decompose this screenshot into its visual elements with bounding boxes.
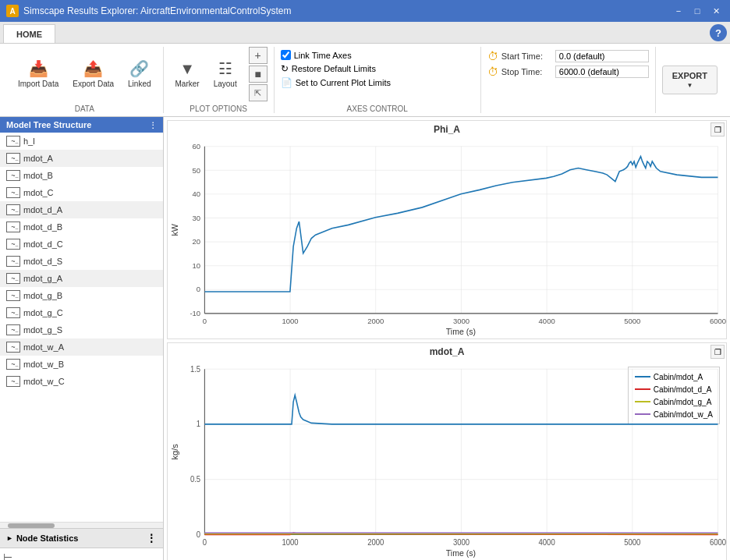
axes-control-group-label: AXES CONTROL bbox=[281, 101, 474, 113]
y-tick-20: 20 bbox=[193, 237, 201, 246]
y-tick-1: 1 bbox=[197, 420, 200, 428]
close-button[interactable]: ✕ bbox=[708, 5, 724, 17]
import-data-button[interactable]: 📥 Import Data bbox=[12, 55, 64, 93]
left-panel: Model Tree Structure ⋮ ~ h_l ~ mdot_A ~ … bbox=[0, 117, 164, 560]
tree-area[interactable]: ~ h_l ~ mdot_A ~ mdot_B ~ mdot_C ~ mdot_… bbox=[0, 133, 163, 522]
list-item[interactable]: ~ mdot_C bbox=[0, 184, 163, 201]
plot-container: Phi_A ❐ bbox=[164, 117, 730, 560]
minimize-button[interactable]: − bbox=[671, 5, 686, 17]
list-item[interactable]: ~ mdot_g_B bbox=[0, 287, 163, 304]
plot-options-group: ▼ Marker ☷ Layout + ■ ⇱ PLOT OPTIONS bbox=[164, 47, 275, 113]
restore-button[interactable]: □ bbox=[689, 5, 705, 17]
pan-button[interactable]: ⇱ bbox=[249, 84, 268, 101]
list-item[interactable]: ~ mdot_d_C bbox=[0, 236, 163, 253]
list-item[interactable]: ~ mdot_w_C bbox=[0, 373, 163, 390]
export-button[interactable]: EXPORT ▼ bbox=[662, 66, 718, 94]
node-stats-menu-icon[interactable]: ⋮ bbox=[146, 532, 157, 544]
model-tree-title: Model Tree Structure bbox=[6, 120, 91, 129]
zoom-out-button[interactable]: ■ bbox=[249, 66, 268, 83]
model-tree-menu-icon[interactable]: ⋮ bbox=[149, 121, 157, 129]
marker-icon: ▼ bbox=[179, 60, 195, 78]
h-scroll-thumb[interactable] bbox=[8, 523, 55, 528]
axes-control-group: Link Time Axes ↻ Restore Default Limits … bbox=[275, 47, 481, 113]
phi-a-chart: 60 50 40 30 20 10 0 -10 0 1000 2000 3000… bbox=[168, 138, 726, 338]
x-tick-0: 0 bbox=[203, 538, 207, 547]
stop-time-icon: ⏱ bbox=[487, 66, 498, 78]
tree-item-icon: ~ bbox=[6, 324, 20, 335]
mdot-a-title: mdot_A bbox=[168, 343, 726, 357]
y-axis-label: kW bbox=[170, 224, 179, 236]
tree-item-icon: ~ bbox=[6, 307, 20, 318]
export-data-button[interactable]: 📤 Export Data bbox=[67, 55, 119, 93]
start-time-input[interactable] bbox=[555, 50, 649, 62]
x-tick-1000: 1000 bbox=[282, 317, 299, 325]
data-buttons: 📥 Import Data 📤 Export Data 🔗 Linked bbox=[12, 47, 157, 101]
restore-limits-label: Restore Default Limits bbox=[292, 64, 376, 73]
mdot-a-maximize-button[interactable]: ❐ bbox=[711, 345, 725, 359]
node-statistics-bar[interactable]: ► Node Statistics ⋮ bbox=[0, 528, 163, 548]
phi-a-title: Phi_A bbox=[168, 121, 726, 135]
window-controls: − □ ✕ bbox=[671, 5, 724, 17]
tree-item-icon: ~ bbox=[6, 342, 20, 353]
help-button[interactable]: ? bbox=[710, 24, 727, 41]
tree-item-label: mdot_g_S bbox=[23, 325, 62, 335]
export-group: EXPORT ▼ bbox=[656, 47, 724, 113]
model-tree-header: Model Tree Structure ⋮ bbox=[0, 117, 163, 133]
y-tick-60: 60 bbox=[193, 142, 201, 151]
link-time-axes-option[interactable]: Link Time Axes bbox=[281, 50, 474, 60]
list-item[interactable]: ~ h_l bbox=[0, 133, 163, 150]
zoom-in-button[interactable]: + bbox=[249, 47, 268, 64]
tree-item-label: mdot_d_B bbox=[23, 222, 62, 232]
tree-item-label: mdot_C bbox=[23, 188, 54, 197]
navigate-back-button[interactable]: ⊢ bbox=[3, 551, 12, 561]
list-item[interactable]: ~ mdot_g_A bbox=[0, 270, 163, 287]
list-item[interactable]: ~ mdot_A bbox=[0, 150, 163, 167]
tree-item-icon: ~ bbox=[6, 170, 20, 181]
phi-a-maximize-button[interactable]: ❐ bbox=[711, 122, 725, 136]
start-time-icon: ⏱ bbox=[487, 50, 498, 62]
tree-item-label: mdot_w_A bbox=[23, 342, 64, 352]
horizontal-scrollbar[interactable] bbox=[0, 522, 163, 528]
data-group: 📥 Import Data 📤 Export Data 🔗 Linked DAT… bbox=[6, 47, 164, 113]
plot-options-group-label: PLOT OPTIONS bbox=[170, 101, 268, 113]
data-group-label: DATA bbox=[12, 101, 157, 113]
list-item[interactable]: ~ mdot_B bbox=[0, 167, 163, 184]
tree-item-label: mdot_w_C bbox=[23, 377, 65, 386]
layout-button[interactable]: ☷ Layout bbox=[208, 55, 243, 93]
list-item[interactable]: ~ mdot_g_S bbox=[0, 321, 163, 338]
tab-home[interactable]: HOME bbox=[3, 24, 55, 43]
time-inputs-group: ⏱ Start Time: ⏱ Stop Time: bbox=[481, 47, 656, 113]
tree-item-label: mdot_B bbox=[23, 171, 53, 180]
x-tick-3000: 3000 bbox=[453, 538, 470, 547]
tree-item-label: mdot_g_A bbox=[23, 274, 62, 283]
tree-item-icon: ~ bbox=[6, 204, 20, 215]
stop-time-label: Stop Time: bbox=[501, 67, 552, 76]
set-current-option[interactable]: 📄 Set to Current Plot Limits bbox=[281, 77, 474, 88]
set-current-icon: 📄 bbox=[281, 77, 292, 88]
bottom-bar: ⊢ bbox=[0, 548, 163, 560]
tree-item-label: mdot_A bbox=[23, 154, 53, 163]
x-tick-4000: 4000 bbox=[539, 317, 555, 325]
pan-icon: ⇱ bbox=[254, 88, 261, 98]
list-item[interactable]: ~ mdot_w_B bbox=[0, 356, 163, 373]
x-tick-5000: 5000 bbox=[624, 538, 641, 547]
list-item[interactable]: ~ mdot_g_C bbox=[0, 304, 163, 321]
tree-item-label: mdot_g_B bbox=[23, 291, 62, 300]
linked-button[interactable]: 🔗 Linked bbox=[122, 55, 156, 93]
layout-icon: ☷ bbox=[218, 59, 232, 78]
tree-item-label: mdot_d_S bbox=[23, 257, 62, 266]
x-tick-6000: 6000 bbox=[710, 538, 726, 547]
stop-time-input[interactable] bbox=[555, 66, 649, 78]
list-item[interactable]: ~ mdot_w_A bbox=[0, 338, 163, 356]
restore-limits-option[interactable]: ↻ Restore Default Limits bbox=[281, 63, 474, 74]
list-item[interactable]: ~ mdot_d_S bbox=[0, 253, 163, 270]
tree-item-icon: ~ bbox=[6, 376, 20, 387]
marker-button[interactable]: ▼ Marker bbox=[170, 56, 205, 93]
tree-item-label: mdot_g_C bbox=[23, 308, 63, 317]
tree-item-label: mdot_w_B bbox=[23, 360, 64, 369]
link-time-axes-checkbox[interactable] bbox=[281, 50, 291, 60]
main-content: Model Tree Structure ⋮ ~ h_l ~ mdot_A ~ … bbox=[0, 117, 730, 560]
list-item[interactable]: ~ mdot_d_B bbox=[0, 218, 163, 236]
list-item[interactable]: ~ mdot_d_A bbox=[0, 201, 163, 218]
mdot-a-plot: mdot_A ❐ Cabin/mdot_A Cabin/mdot_d_A bbox=[167, 342, 727, 560]
